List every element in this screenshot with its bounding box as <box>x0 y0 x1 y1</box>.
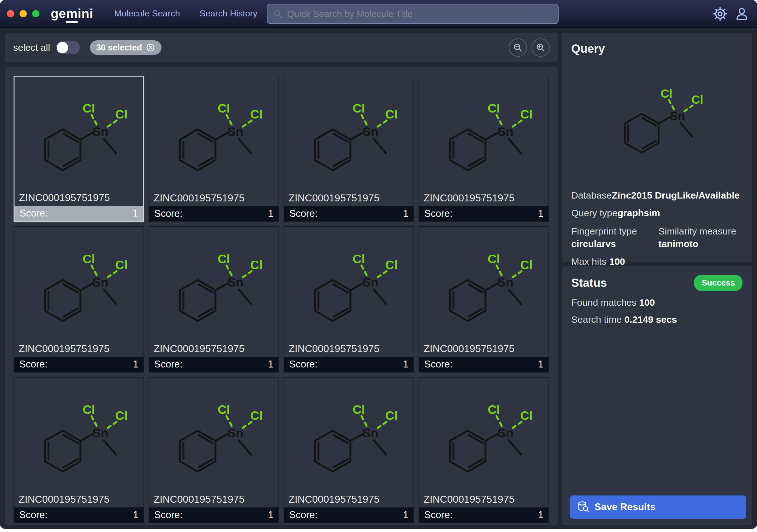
status-value: 100 <box>639 297 655 308</box>
query-parameters: DatabaseZinc2015 DrugLike/AvailableQuery… <box>571 190 742 267</box>
zoom-out-button[interactable] <box>509 39 527 57</box>
svg-text:Cl: Cl <box>488 403 500 416</box>
circle-x-icon[interactable] <box>146 43 155 52</box>
query-field: Similarity measuretanimoto <box>659 226 743 249</box>
magnifier-plus-icon <box>535 42 546 53</box>
user-icon[interactable] <box>735 7 749 21</box>
window-controls <box>7 10 40 17</box>
molecule-drawing: Sn Cl Cl <box>427 84 541 184</box>
molecule-drawing: Sn Cl Cl <box>22 235 136 334</box>
save-results-label: Save Results <box>594 501 655 513</box>
svg-text:Sn: Sn <box>362 426 378 440</box>
molecule-card[interactable]: Sn Cl Cl ZINC000195751975 Score: 1 <box>418 76 549 222</box>
molecule-card[interactable]: Sn Cl Cl ZINC000195751975 Score: 1 <box>14 226 144 373</box>
score-bar: Score: 1 <box>149 507 279 522</box>
molecule-card[interactable]: Sn Cl Cl ZINC000195751975 Score: 1 <box>14 377 144 523</box>
main-nav: Molecule Search Search History <box>114 9 257 18</box>
svg-text:Sn: Sn <box>92 426 108 440</box>
query-field: Fingerprint typecircularvs <box>571 226 655 249</box>
gear-icon[interactable] <box>713 7 727 21</box>
status-panel: Status Success Found matches 100Search t… <box>562 266 752 525</box>
score-label: Score: <box>424 509 453 521</box>
svg-text:Cl: Cl <box>385 107 397 121</box>
molecule-structure: Sn Cl Cl <box>14 378 143 493</box>
score-label: Score: <box>19 509 47 521</box>
svg-text:Sn: Sn <box>498 275 513 289</box>
svg-text:Cl: Cl <box>353 101 365 115</box>
nav-molecule-search[interactable]: Molecule Search <box>114 9 180 18</box>
field-label: Max hits <box>571 256 607 266</box>
sidebar: Query Sn Cl Cl DatabaseZinc2015 DrugLike… <box>562 33 752 525</box>
score-label: Score: <box>289 509 318 521</box>
molecule-id: ZINC000195751975 <box>284 192 413 206</box>
results-grid: Sn Cl Cl ZINC000195751975 Score: 1 Sn Cl… <box>5 67 558 525</box>
svg-text:Cl: Cl <box>488 101 500 115</box>
query-field: Max hits100 <box>571 256 742 267</box>
molecule-card[interactable]: Sn Cl Cl ZINC000195751975 Score: 1 <box>418 377 549 523</box>
score-value: 1 <box>133 208 138 219</box>
svg-text:Cl: Cl <box>660 87 672 100</box>
svg-text:Cl: Cl <box>83 252 95 266</box>
svg-text:Sn: Sn <box>498 426 513 440</box>
score-label: Score: <box>154 509 183 521</box>
field-label: Database <box>571 190 612 200</box>
molecule-drawing: Sn Cl Cl <box>22 385 136 485</box>
svg-text:Sn: Sn <box>227 426 243 440</box>
molecule-id: ZINC000195751975 <box>149 493 279 507</box>
svg-text:Cl: Cl <box>353 252 365 266</box>
svg-text:Cl: Cl <box>115 107 127 121</box>
molecule-card[interactable]: Sn Cl Cl ZINC000195751975 Score: 1 <box>418 226 549 373</box>
molecule-card[interactable]: Sn Cl Cl ZINC000195751975 Score: 1 <box>284 377 414 523</box>
score-bar: Score: 1 <box>149 357 279 372</box>
svg-text:Cl: Cl <box>218 252 230 266</box>
svg-text:Sn: Sn <box>227 275 243 289</box>
app-window: gemini Molecule Search Search History <box>0 0 757 529</box>
field-label: Fingerprint type <box>571 226 655 237</box>
status-badge: Success <box>694 275 742 291</box>
molecule-id: ZINC000195751975 <box>14 342 143 357</box>
molecule-card[interactable]: Sn Cl Cl ZINC000195751975 Score: 1 <box>14 76 144 222</box>
molecule-card[interactable]: Sn Cl Cl ZINC000195751975 Score: 1 <box>149 226 279 373</box>
molecule-structure: Sn Cl Cl <box>419 378 549 493</box>
save-results-button[interactable]: Save Results <box>570 495 746 519</box>
query-title: Query <box>571 42 742 55</box>
molecule-card[interactable]: Sn Cl Cl ZINC000195751975 Score: 1 <box>284 76 414 222</box>
select-all-toggle[interactable] <box>56 41 80 54</box>
svg-text:Cl: Cl <box>218 101 230 115</box>
svg-text:Cl: Cl <box>385 408 397 422</box>
score-value: 1 <box>403 509 409 521</box>
zoom-in-button[interactable] <box>531 39 550 57</box>
svg-text:Cl: Cl <box>115 258 127 272</box>
svg-text:Sn: Sn <box>362 275 378 289</box>
nav-search-history[interactable]: Search History <box>200 9 258 18</box>
molecule-structure: Sn Cl Cl <box>15 76 143 191</box>
svg-text:Sn: Sn <box>670 109 685 123</box>
status-value: 0.2149 secs <box>624 314 677 324</box>
molecule-id: ZINC000195751975 <box>149 342 279 357</box>
quick-search-input[interactable] <box>287 9 552 19</box>
score-bar: Score: 1 <box>419 206 549 221</box>
score-value: 1 <box>268 208 273 219</box>
status-label: Found matches <box>571 297 637 308</box>
molecule-id: ZINC000195751975 <box>419 192 549 206</box>
minimize-window-button[interactable] <box>19 10 27 17</box>
selection-count-chip[interactable]: 30 selected <box>90 40 162 55</box>
score-bar: Score: 1 <box>284 206 413 221</box>
molecule-drawing: Sn Cl Cl <box>157 235 271 334</box>
molecule-structure: Sn Cl Cl <box>14 227 143 342</box>
score-value: 1 <box>133 509 138 521</box>
svg-text:Sn: Sn <box>498 125 513 138</box>
zoom-window-button[interactable] <box>32 10 40 17</box>
toggle-knob <box>57 42 68 53</box>
molecule-structure: Sn Cl Cl <box>284 227 413 342</box>
molecule-card[interactable]: Sn Cl Cl ZINC000195751975 Score: 1 <box>284 226 414 373</box>
molecule-id: ZINC000195751975 <box>14 493 143 507</box>
molecule-card[interactable]: Sn Cl Cl ZINC000195751975 Score: 1 <box>149 76 279 222</box>
molecule-id: ZINC000195751975 <box>419 342 549 357</box>
field-value: circularvs <box>571 238 655 249</box>
svg-text:Cl: Cl <box>353 403 365 416</box>
close-window-button[interactable] <box>7 10 14 17</box>
score-value: 1 <box>403 208 409 219</box>
molecule-card[interactable]: Sn Cl Cl ZINC000195751975 Score: 1 <box>149 377 279 523</box>
molecule-structure: Sn Cl Cl <box>149 76 279 192</box>
